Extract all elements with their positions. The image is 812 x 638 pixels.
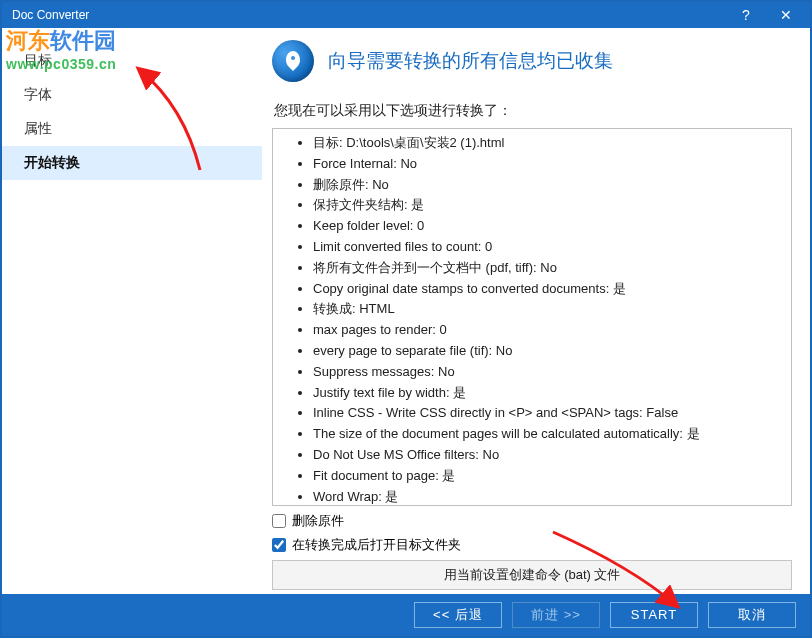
summary-item: 目标: D:\tools\桌面\安装2 (1).html <box>313 133 783 154</box>
summary-item: Force Internal: No <box>313 154 783 175</box>
checkbox-open-target-label: 在转换完成后打开目标文件夹 <box>292 536 461 554</box>
summary-item: 转换成: HTML <box>313 299 783 320</box>
summary-item: Inline CSS - Write CSS directly in <P> a… <box>313 403 783 424</box>
summary-item: Word Wrap: 是 <box>313 487 783 506</box>
summary-listbox[interactable]: 目标: D:\tools\桌面\安装2 (1).htmlForce Intern… <box>272 128 792 506</box>
checkbox-open-target[interactable] <box>272 538 286 552</box>
sidebar-item-start[interactable]: 开始转换 <box>2 146 262 180</box>
summary-item: 保持文件夹结构: 是 <box>313 195 783 216</box>
summary-item: max pages to render: 0 <box>313 320 783 341</box>
summary-item: Do Not Use MS Office filters: No <box>313 445 783 466</box>
content-pane: 向导需要转换的所有信息均已收集 您现在可以采用以下选项进行转换了： 目标: D:… <box>262 28 810 594</box>
window-title: Doc Converter <box>12 8 726 22</box>
summary-item: Copy original date stamps to converted d… <box>313 279 783 300</box>
checkbox-delete-source[interactable] <box>272 514 286 528</box>
start-button[interactable]: START <box>610 602 698 628</box>
cancel-button[interactable]: 取消 <box>708 602 796 628</box>
summary-item: Suppress messages: No <box>313 362 783 383</box>
sidebar-item-fonts[interactable]: 字体 <box>2 78 262 112</box>
next-button: 前进 >> <box>512 602 600 628</box>
back-button[interactable]: << 后退 <box>414 602 502 628</box>
summary-item: Fit document to page: 是 <box>313 466 783 487</box>
help-button[interactable]: ? <box>726 2 766 28</box>
close-button[interactable]: ✕ <box>766 2 806 28</box>
title-bar: Doc Converter ? ✕ <box>2 2 810 28</box>
sidebar: 目标 字体 属性 开始转换 <box>2 28 262 594</box>
footer-bar: << 后退 前进 >> START 取消 <box>2 594 810 636</box>
sidebar-item-properties[interactable]: 属性 <box>2 112 262 146</box>
summary-item: 删除原件: No <box>313 175 783 196</box>
page-heading: 向导需要转换的所有信息均已收集 <box>328 48 613 74</box>
checkbox-delete-source-label: 删除原件 <box>292 512 344 530</box>
checkbox-delete-source-row: 删除原件 <box>272 512 792 530</box>
checkbox-open-target-row: 在转换完成后打开目标文件夹 <box>272 536 792 554</box>
sidebar-item-target[interactable]: 目标 <box>2 44 262 78</box>
summary-item: Justify text file by width: 是 <box>313 383 783 404</box>
create-bat-button[interactable]: 用当前设置创建命令 (bat) 文件 <box>272 560 792 590</box>
summary-item: Limit converted files to count: 0 <box>313 237 783 258</box>
rocket-icon <box>272 40 314 82</box>
summary-item: The size of the document pages will be c… <box>313 424 783 445</box>
summary-item: 将所有文件合并到一个文档中 (pdf, tiff): No <box>313 258 783 279</box>
instruction-text: 您现在可以采用以下选项进行转换了： <box>274 102 792 120</box>
summary-item: Keep folder level: 0 <box>313 216 783 237</box>
summary-item: every page to separate file (tif): No <box>313 341 783 362</box>
